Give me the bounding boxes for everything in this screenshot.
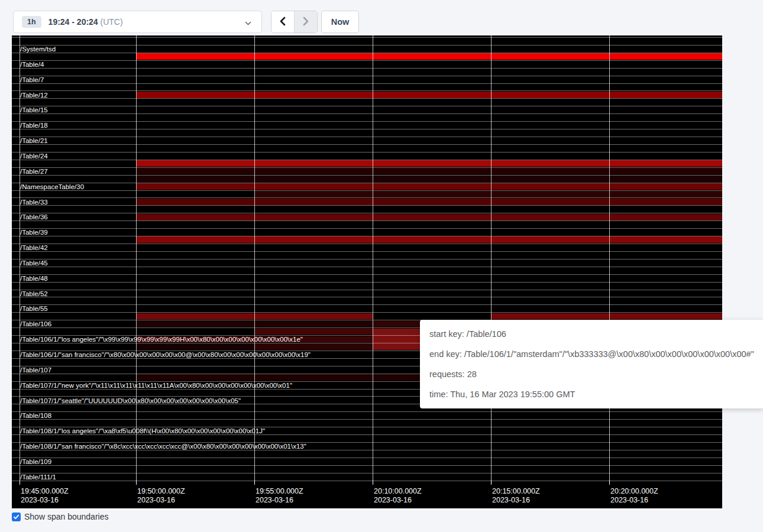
span-boundary-line [12, 274, 722, 275]
row-label: /Table/7 [20, 76, 44, 84]
prev-time-button[interactable] [271, 11, 295, 33]
time-nav-group [271, 11, 318, 33]
span-boundary-line [12, 244, 722, 244]
span-boundary-line [12, 83, 722, 84]
duration-badge: 1h [22, 16, 41, 28]
heat-band[interactable] [254, 329, 373, 335]
span-boundary-line [12, 205, 722, 206]
span-boundary-line [12, 473, 722, 473]
time-range-label: 19:24 - 20:24 (UTC) [49, 17, 123, 27]
row-label: /Table/24 [20, 153, 48, 160]
keyviz-heatmap-canvas[interactable]: /System/tsd/Table/4/Table/7/Table/12/Tab… [12, 35, 722, 508]
span-boundary-line [12, 197, 722, 198]
span-boundary-line [12, 113, 722, 114]
heat-band[interactable] [491, 313, 722, 319]
time-range-dropdown[interactable]: 1h 19:24 - 20:24 (UTC) [13, 11, 262, 33]
axis-tick [491, 480, 492, 485]
row-label: /Table/107/1/"seattle"/"UUUUUUD\x00\x80\… [20, 397, 241, 405]
time-gridline [609, 35, 610, 485]
row-label: /Table/42 [20, 244, 48, 252]
axis-tick [20, 480, 20, 485]
row-label: /Table/109 [20, 458, 51, 466]
span-boundary-line [12, 481, 722, 481]
span-boundary-line [12, 259, 722, 259]
heat-band[interactable] [136, 53, 722, 60]
axis-tick [609, 480, 610, 485]
span-boundary-line [12, 236, 722, 236]
tooltip-start-key: start key: /Table/106 [429, 327, 754, 340]
span-boundary-line [12, 98, 722, 99]
tooltip-end-key: end key: /Table/106/1/"amsterdam"/"\xb33… [429, 348, 754, 361]
axis-tick [373, 480, 373, 485]
axis-tick [136, 480, 137, 485]
row-label: /Table/36 [20, 213, 48, 221]
span-boundary-line [12, 76, 722, 76]
span-boundary-line [12, 297, 722, 297]
row-label: /Table/55 [20, 305, 48, 313]
heat-band[interactable] [254, 191, 722, 197]
span-boundary-line [12, 121, 722, 122]
time-gridline [491, 35, 492, 485]
span-boundary-line [12, 458, 722, 458]
toolbar: 1h 19:24 - 20:24 (UTC) Now [0, 0, 763, 35]
heat-band[interactable] [136, 236, 722, 243]
row-label: /Table/52 [20, 290, 48, 298]
span-boundary-line [12, 144, 722, 145]
show-span-boundaries-checkbox[interactable] [12, 512, 21, 521]
row-label: /Table/108/1/"san francisco"/"\x8c\xcc\x… [20, 443, 306, 450]
span-boundary-line [12, 290, 722, 290]
heat-band[interactable] [136, 343, 254, 350]
heat-band[interactable] [254, 343, 373, 350]
heat-band[interactable] [136, 168, 722, 174]
axis-time-label: 19:55:00.000Z2023-03-16 [256, 487, 303, 505]
row-label: /Table/108 [20, 412, 51, 420]
row-label: /Table/39 [20, 229, 48, 236]
row-label: /Table/108/1/"los angeles"/"\xa8\xf5\u00… [20, 427, 265, 435]
axis-time-label: 19:45:00.000Z2023-03-16 [21, 487, 69, 505]
row-label: /Table/4 [20, 61, 44, 69]
span-boundary-line [12, 183, 722, 183]
axis-time-label: 20:20:00.000Z2023-03-16 [610, 487, 658, 505]
heat-band[interactable] [136, 199, 722, 205]
heat-band[interactable] [136, 176, 722, 182]
span-boundary-line [12, 152, 722, 153]
span-boundary-line [12, 251, 722, 252]
heat-band[interactable] [136, 214, 722, 220]
span-boundary-line [12, 220, 722, 221]
span-boundary-line [12, 129, 722, 129]
span-boundary-line [12, 419, 722, 420]
row-label: /Table/48 [20, 275, 48, 283]
heat-band[interactable] [136, 160, 722, 167]
tooltip-requests: requests: 28 [429, 368, 754, 381]
span-boundary-line [12, 68, 722, 69]
chevron-right-icon [302, 17, 310, 28]
axis-tick [254, 480, 255, 485]
heat-band[interactable] [136, 374, 420, 381]
time-gridline [254, 35, 255, 485]
row-label: /Table/107 [20, 366, 51, 374]
span-boundary-line [12, 167, 722, 168]
chevron-left-icon [279, 17, 287, 28]
span-boundary-line [12, 213, 722, 213]
heat-band[interactable] [136, 92, 722, 98]
heat-band[interactable] [136, 183, 722, 190]
hover-tooltip: start key: /Table/106 end key: /Table/10… [420, 320, 763, 408]
axis-time-label: 20:10:00.000Z2023-03-16 [374, 487, 422, 505]
show-span-boundaries-control[interactable]: Show span boundaries [12, 512, 108, 521]
now-button[interactable]: Now [321, 11, 359, 33]
span-boundary-line [12, 137, 722, 137]
time-gridline [373, 35, 373, 485]
span-boundary-line [12, 60, 722, 61]
span-boundary-line [12, 53, 722, 53]
heat-band[interactable] [373, 329, 420, 350]
span-boundary-line [12, 190, 722, 191]
time-gridline [136, 35, 137, 485]
span-boundary-line [12, 160, 722, 160]
row-label: /Table/27 [20, 168, 48, 176]
row-label: /Table/111/1 [20, 473, 56, 481]
next-time-button[interactable] [295, 11, 318, 33]
heat-band[interactable] [373, 321, 420, 327]
row-label: /Table/21 [20, 137, 48, 145]
row-label: /Table/106 [20, 320, 51, 328]
axis-time-label: 19:50:00.000Z2023-03-16 [137, 487, 185, 505]
